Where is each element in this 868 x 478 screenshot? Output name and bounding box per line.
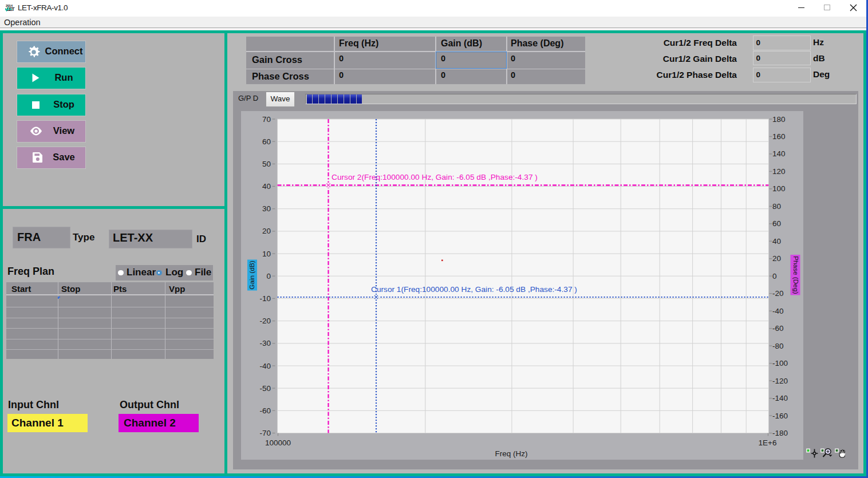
svg-text:Gain (dB): Gain (dB) [248,260,256,290]
svg-text:160: 160 [772,132,786,141]
svg-text:-20: -20 [772,289,784,298]
svg-text:-30: -30 [259,339,271,347]
svg-text:120: 120 [772,167,786,176]
svg-text:-20: -20 [259,317,271,325]
svg-text:100: 100 [772,184,786,193]
svg-text:Freq (Hz): Freq (Hz) [495,449,528,458]
svg-text:100000: 100000 [265,439,291,447]
svg-text:Cursor 1(Freq:100000.00 Hz, Ga: Cursor 1(Freq:100000.00 Hz, Gain: -6.05 … [371,285,577,294]
svg-text:-100: -100 [772,359,788,368]
svg-text:70: 70 [262,115,271,124]
svg-text:80: 80 [772,202,781,211]
svg-text:-60: -60 [772,324,784,333]
svg-text:-60: -60 [259,406,271,415]
svg-text:180: 180 [772,115,786,124]
svg-text:-10: -10 [259,294,271,303]
svg-text:60: 60 [772,219,781,228]
svg-text:Cursor 2(Freq:100000.00 Hz, Ga: Cursor 2(Freq:100000.00 Hz, Gain: -6.05 … [332,173,538,181]
svg-text:10: 10 [262,250,271,258]
svg-text:-160: -160 [772,412,788,420]
svg-text:Phase (Deg): Phase (Deg) [792,256,800,294]
svg-text:40: 40 [772,237,781,246]
svg-text:0: 0 [266,272,271,281]
svg-text:1E+6: 1E+6 [759,439,777,447]
svg-text:-70: -70 [259,429,271,437]
svg-text:30: 30 [262,204,271,213]
svg-text:0: 0 [772,272,777,281]
svg-text:-50: -50 [259,384,271,393]
svg-text:-80: -80 [772,342,784,350]
svg-text:-40: -40 [772,307,784,315]
svg-text:50: 50 [262,160,271,168]
svg-text:-140: -140 [772,394,788,402]
svg-text:140: 140 [772,149,786,158]
svg-text:-180: -180 [772,429,788,437]
svg-text:-40: -40 [259,362,271,370]
svg-text:20: 20 [262,227,271,235]
svg-text:20: 20 [772,254,781,263]
svg-text:60: 60 [262,137,271,146]
svg-text:-120: -120 [772,377,788,385]
svg-text:40: 40 [262,182,271,191]
